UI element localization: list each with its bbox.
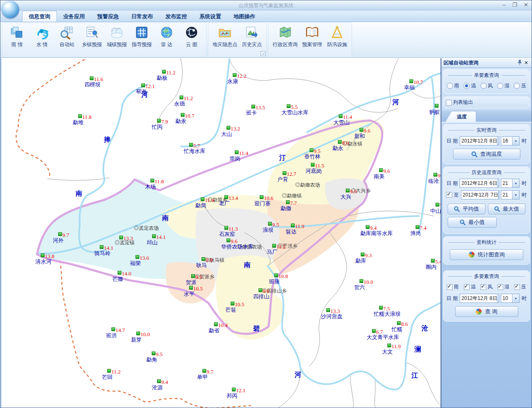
- multi-date-combo[interactable]: 2012年12月 8日 ▼: [460, 294, 499, 303]
- history-date2-combo[interactable]: 2012年12月 7日 ▼: [461, 190, 499, 199]
- checkbox-icon: [464, 284, 470, 290]
- station-邦丙: 12.1邦丙: [232, 386, 246, 400]
- maximum-button[interactable]: 最大值: [488, 204, 526, 214]
- multi-query-group: 多要素查询 雨温风湿压 日 期 2012年12月 8日 ▼ 10 ▼ 时: [443, 270, 530, 322]
- toolbar-button-township-forecast[interactable]: 乡镇预报: [79, 24, 104, 48]
- station-marker-icon: [235, 150, 239, 154]
- query-temperature-button[interactable]: 查询温度: [453, 149, 520, 160]
- river-label: 捧: [104, 135, 111, 144]
- history-hour1-combo[interactable]: 21 ▼: [501, 179, 520, 188]
- station-勐省: 10.4勐省: [214, 321, 228, 334]
- statistics-chart-button[interactable]: 统计图查询: [450, 249, 523, 260]
- history-to-checkbox[interactable]: [446, 192, 452, 198]
- checkbox-温[interactable]: 温: [464, 283, 476, 290]
- radio-雨[interactable]: 雨: [447, 82, 459, 89]
- multi-hour-combo[interactable]: 10 ▼: [501, 294, 520, 303]
- water-icon: [34, 25, 49, 40]
- station-勐角: 9.5勐角: [152, 350, 163, 364]
- toolbar-button-rain[interactable]: 雨 情: [5, 24, 30, 48]
- checkbox-雨[interactable]: 雨: [447, 283, 459, 290]
- station-勐库: 9.3勐库: [361, 251, 372, 265]
- dropdown-icon[interactable]: ▼: [497, 179, 499, 187]
- toolbar-button-plan-manage[interactable]: 预案管理: [300, 24, 325, 48]
- tab-地图操作[interactable]: 地图操作: [227, 11, 261, 22]
- tab-temperature[interactable]: 温度: [446, 111, 476, 122]
- toolbar-button-town-forecast[interactable]: 城镇预报: [104, 24, 129, 48]
- station-marker-icon: [433, 173, 437, 177]
- station-班洪: 14.7班洪: [111, 326, 125, 339]
- station-value: 11.9: [295, 223, 304, 229]
- realtime-date-label: 日 期: [446, 138, 458, 145]
- checkbox-湿[interactable]: 湿: [498, 283, 510, 290]
- dropdown-icon[interactable]: ▼: [512, 191, 519, 199]
- toolbar-button-guide-forecast[interactable]: 指导预报: [129, 24, 154, 48]
- dropdown-icon[interactable]: ▼: [498, 191, 499, 199]
- toolbar-button-autostation[interactable]: 自动站: [54, 24, 79, 48]
- toolbar-button-cloud-map[interactable]: 云 图: [179, 24, 204, 48]
- station-value: 11.2: [276, 243, 286, 250]
- checkbox-风[interactable]: 风: [480, 283, 493, 290]
- realtime-date-combo[interactable]: 2012年12月 8日 ▼: [460, 136, 499, 145]
- tab-业务应用[interactable]: 业务应用: [57, 11, 91, 22]
- dropdown-icon[interactable]: ▼: [512, 294, 519, 302]
- station-value: 14.0: [122, 270, 131, 277]
- query-temperature-label: 查询温度: [480, 150, 502, 158]
- tab-系统设置[interactable]: 系统设置: [193, 11, 227, 22]
- radio-风[interactable]: 风: [480, 82, 493, 89]
- station-老厂: 13.4老厂: [224, 194, 238, 207]
- tab-信息查询[interactable]: 信息查询: [22, 11, 57, 22]
- station-崇岗: 11.4崇岗: [235, 149, 248, 162]
- app-logo-icon[interactable]: [2, 1, 19, 18]
- toolbar-label: 乡镇预报: [82, 41, 102, 48]
- station-marker-icon: [202, 257, 205, 261]
- pin-icon[interactable]: [516, 59, 523, 66]
- history-disaster-icon: [244, 25, 259, 40]
- tab-发布监控[interactable]: 发布监控: [159, 11, 193, 22]
- toolbar-button-admin-region[interactable]: 行政区查询: [271, 24, 300, 48]
- map-canvas[interactable]: 11.6四楞坝12.1帮海11.2勐板12.2永康11.8勐堆11.2永德13.…: [0, 58, 441, 408]
- app-window: 山洪预警与气象监测系统 – ❐ ✕ 信息查询业务应用预警应急日常发布发布监控系统…: [0, 0, 532, 408]
- close-button[interactable]: ✕: [524, 0, 528, 10]
- station-浪坝: 9.5浪坝: [268, 221, 279, 234]
- radar-icon: [159, 25, 174, 40]
- station-勐堆: 11.8勐堆: [78, 113, 91, 126]
- panel-close-icon[interactable]: ✕: [523, 60, 530, 66]
- dropdown-icon[interactable]: ▼: [497, 137, 499, 145]
- river-label: 沧: [421, 324, 428, 333]
- river-label: 汀: [279, 154, 286, 162]
- toolbar-button-flood-facility[interactable]: 防汛设施: [325, 24, 350, 48]
- station-value: 11.8: [82, 114, 91, 120]
- flood-facility-icon: [330, 25, 345, 40]
- minimize-button[interactable]: –: [502, 0, 505, 10]
- maximize-button[interactable]: ❐: [512, 0, 517, 10]
- dropdown-icon[interactable]: ▼: [512, 179, 519, 187]
- river-label: 南: [244, 261, 251, 270]
- minimum-button[interactable]: 最小值: [448, 217, 497, 228]
- toolbar-button-radar[interactable]: 雷 达: [154, 24, 179, 48]
- dropdown-icon[interactable]: ▼: [497, 294, 499, 302]
- hour-suffix: 时: [522, 138, 527, 145]
- history-hour2-combo[interactable]: 21 ▼: [501, 190, 520, 199]
- radio-压[interactable]: 压: [514, 82, 526, 89]
- dialog-launcher-icon[interactable]: ◿: [261, 51, 266, 56]
- realtime-hour-combo[interactable]: 16 ▼: [501, 136, 520, 145]
- title-bar[interactable]: 山洪预警与气象监测系统 – ❐ ✕: [0, 0, 532, 11]
- single-query-title: 单要素查询: [446, 72, 527, 79]
- toolbar-button-geo-hazard[interactable]: 地灾隐患点: [210, 24, 239, 48]
- radio-温[interactable]: 温: [463, 82, 476, 89]
- history-date-label: 日 期: [446, 180, 458, 187]
- dropdown-icon[interactable]: ▼: [512, 137, 519, 145]
- station-marker-icon: [360, 128, 363, 132]
- history-date1-combo[interactable]: 2012年12月 6日 ▼: [460, 179, 499, 188]
- station-value: 11.2: [184, 95, 193, 101]
- toolbar-button-water[interactable]: 水 情: [30, 24, 54, 48]
- toolbar-button-history-disaster[interactable]: 历史灾点: [239, 24, 264, 48]
- multi-query-button[interactable]: 查 询: [455, 306, 518, 317]
- station-芒撒: 14.0芒撒: [118, 270, 131, 283]
- list-output-checkbox[interactable]: 列表输出: [446, 99, 527, 106]
- checkbox-压[interactable]: 压: [514, 283, 526, 290]
- tab-预警应急[interactable]: 预警应急: [91, 11, 125, 22]
- average-button[interactable]: 平均值: [448, 204, 485, 214]
- radio-湿[interactable]: 湿: [497, 82, 510, 89]
- tab-日常发布[interactable]: 日常发布: [125, 11, 159, 22]
